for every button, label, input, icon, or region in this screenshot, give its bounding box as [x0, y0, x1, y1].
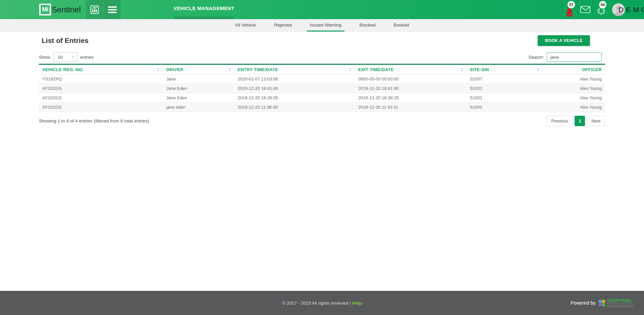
- table-row: AY10ZGSJane Eden2019-12-20 16:26:052019-…: [39, 93, 605, 103]
- sort-icon: ▲▼: [347, 67, 352, 71]
- column-header-entry-time-date[interactable]: ENTRY TIME/DATE▲▼: [234, 64, 355, 74]
- cell: jane eden: [163, 103, 234, 112]
- column-header-driver[interactable]: DRIVER▲▼: [163, 64, 234, 74]
- alarm-count-badge: 57: [568, 1, 575, 8]
- brand-logo: Mi Sentinel: [39, 0, 81, 19]
- entries-table: VEHICLE REG. NO.▲▼DRIVER▲▼ENTRY TIME/DAT…: [39, 64, 605, 112]
- sentinel-brand-sub: TECHNOLOGIES: [607, 304, 633, 308]
- module-nav-vehicle-management[interactable]: VEHICLE MANAGEMENT: [174, 0, 233, 19]
- cell: S1001: [466, 103, 543, 112]
- column-header-exit-time-date[interactable]: EXIT TIME/DATE▲▼: [355, 64, 467, 74]
- cell: Jane Eden: [163, 84, 234, 93]
- column-header-officer[interactable]: OFFICER: [543, 64, 605, 74]
- cell: 2019-12-20 16:38:25: [355, 93, 467, 103]
- logo-mi-box: Mi: [39, 4, 51, 15]
- cell: S1001: [466, 93, 543, 103]
- vehicle-tabs: All VehicleRejectedIssued WarningBlocked…: [0, 19, 644, 32]
- column-header-vehicle-reg-no[interactable]: VEHICLE REG. NO.▲▼: [39, 64, 163, 74]
- column-label: VEHICLE REG. NO.: [42, 67, 84, 72]
- module-title: VEHICLE MANAGEMENT: [174, 0, 233, 16]
- dashboard-button[interactable]: [86, 0, 103, 19]
- table-info: Showing 1 to 4 of 4 entries (filtered fr…: [39, 118, 149, 123]
- powered-by: Powered by SENTINEL TECHNOLOGIES: [571, 298, 633, 308]
- pagination: Previous 1 Next: [546, 116, 605, 126]
- logo-mi-text: Mi: [42, 6, 48, 13]
- powered-by-label: Powered by: [571, 300, 595, 306]
- column-label: EXIT TIME/DATE: [358, 67, 394, 72]
- sort-icon: ▲▼: [459, 67, 463, 71]
- tab-rejected[interactable]: Rejected: [271, 19, 295, 32]
- cell: 2019-12-20 11:43:41: [355, 103, 467, 112]
- sort-icon: ▲▼: [226, 67, 231, 71]
- copyright-label: © 2017 - 2023 All rights reserved |: [282, 301, 351, 306]
- search-input[interactable]: [547, 52, 602, 62]
- tab-booked[interactable]: Booked: [391, 19, 412, 32]
- cell: S1007: [466, 74, 543, 84]
- cell: S1001: [466, 84, 543, 93]
- main-content: List of Entries BOOK A VEHICLE Show 10 ⌄…: [39, 32, 605, 126]
- messages-button[interactable]: [577, 0, 593, 19]
- previous-page-button[interactable]: Previous: [546, 116, 573, 126]
- table-header-row: VEHICLE REG. NO.▲▼DRIVER▲▼ENTRY TIME/DAT…: [39, 64, 605, 74]
- cell: 2019-12-20 16:41:40: [234, 84, 355, 93]
- search-label: Search:: [528, 55, 544, 60]
- show-label: Show: [39, 55, 50, 60]
- page-length-value: 10: [58, 55, 63, 60]
- column-label: ENTRY TIME/DATE: [237, 67, 278, 72]
- page-1-button[interactable]: 1: [575, 116, 585, 126]
- table-row: YS19ZPQJane2020-01-07 13:03:060000-00-00…: [39, 74, 605, 84]
- next-page-button[interactable]: Next: [587, 116, 605, 126]
- app-header: Mi Sentinel VEHICLE MANAGEMENT 57: [0, 0, 644, 19]
- entries-label: entries: [80, 55, 94, 60]
- column-label: OFFICER: [582, 67, 602, 72]
- notification-count-badge: 54: [599, 1, 606, 8]
- column-label: SITE-SIN: [470, 67, 489, 72]
- app-footer: © 2017 - 2023 All rights reserved |Help …: [0, 291, 644, 315]
- header-actions: 57 54: [561, 0, 644, 19]
- table-body: YS19ZPQJane2020-01-07 13:03:060000-00-00…: [39, 74, 605, 112]
- cell: 0000-00-00 00:00:00: [355, 74, 467, 84]
- cell: 2019-12-20 11:36:40: [234, 103, 355, 112]
- page-length-select[interactable]: 10 ⌄: [53, 52, 77, 62]
- module-active-underline: [174, 16, 233, 19]
- cell: AY10ZGS: [39, 84, 163, 93]
- cell: Jane: [163, 74, 234, 84]
- search-control: Search:: [528, 52, 602, 62]
- cell: AY10ZGS: [39, 93, 163, 103]
- cell: Alex Young: [543, 93, 605, 103]
- hamburger-icon: [108, 6, 117, 13]
- sort-icon: ▲▼: [155, 67, 159, 71]
- mail-icon: [580, 6, 590, 13]
- tab-all-vehicle[interactable]: All Vehicle: [232, 19, 259, 32]
- page-length-control: Show 10 ⌄ entries: [39, 52, 94, 62]
- alarm-button[interactable]: 57: [561, 0, 577, 19]
- sentinel-brand-name: SENTINEL: [607, 298, 633, 303]
- cell: Alex Young: [543, 103, 605, 112]
- cell: Alex Young: [543, 84, 605, 93]
- chart-icon: [90, 5, 99, 14]
- table-row: AY10ZGSjane eden2019-12-20 11:36:402019-…: [39, 103, 605, 112]
- book-a-vehicle-button[interactable]: BOOK A VEHICLE: [538, 35, 590, 46]
- column-header-site-sin[interactable]: SITE-SIN▲▼: [466, 64, 543, 74]
- cell: Alex Young: [543, 74, 605, 84]
- help-link[interactable]: Help: [352, 301, 362, 306]
- sort-icon: ▲▼: [535, 67, 539, 71]
- cell: Jane Eden: [163, 93, 234, 103]
- table-row: AY10ZGSJane Eden2019-12-20 16:41:402019-…: [39, 84, 605, 93]
- notifications-button[interactable]: 54: [593, 0, 609, 19]
- user-name: DEMO: [619, 6, 644, 14]
- cell: AY10ZGS: [39, 103, 163, 112]
- chevron-down-icon: ⌄: [71, 53, 75, 58]
- cell: 2020-01-07 13:03:06: [234, 74, 355, 84]
- cell: 2019-12-20 16:41:40: [355, 84, 467, 93]
- sentinel-technologies-logo: SENTINEL TECHNOLOGIES: [599, 298, 633, 308]
- tab-issued-warning[interactable]: Issued Warning: [307, 19, 344, 32]
- alarm-bell-icon: [565, 8, 574, 17]
- menu-button[interactable]: [103, 0, 121, 19]
- tab-blocked[interactable]: Blocked: [357, 19, 379, 32]
- user-menu[interactable]: DEMO: [628, 0, 644, 19]
- cell: 2019-12-20 16:26:05: [234, 93, 355, 103]
- column-label: DRIVER: [166, 67, 183, 72]
- sentinel-squares-icon: [599, 300, 605, 306]
- page-title: List of Entries: [39, 37, 89, 45]
